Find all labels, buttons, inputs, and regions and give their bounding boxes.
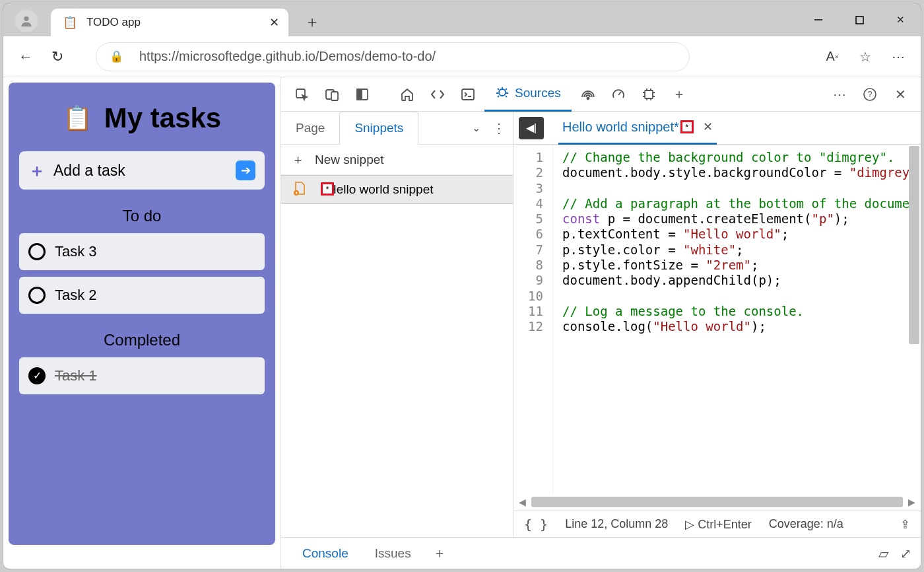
plus-icon: ＋ xyxy=(292,151,304,168)
vertical-scrollbar-thumb[interactable] xyxy=(909,146,919,344)
close-window-button[interactable]: ✕ xyxy=(880,3,921,36)
drawer-issues-tab[interactable]: Issues xyxy=(363,538,423,569)
dock-side-button[interactable] xyxy=(348,81,376,108)
new-snippet-button[interactable]: ＋ New snippet xyxy=(281,145,513,175)
memory-tab[interactable] xyxy=(635,81,663,108)
line-gutter: 1 2 3 4 5 6 7 8 9 10 11 12 xyxy=(513,145,553,493)
pretty-print-button[interactable]: { } xyxy=(524,517,548,532)
new-snippet-label: New snippet xyxy=(315,153,384,167)
help-button[interactable]: ? xyxy=(856,81,884,108)
navigator-tabs: Page Snippets ⌄ ⋮ xyxy=(281,112,513,145)
svg-rect-7 xyxy=(357,89,362,100)
drawer-console-tab[interactable]: Console xyxy=(290,538,360,569)
snippet-item[interactable]: * Hello world snippet xyxy=(281,175,513,204)
unsaved-indicator-callout: * xyxy=(321,182,334,196)
devtools-toolbar: Sources ＋ ⋯ ? ✕ xyxy=(281,77,921,112)
profile-avatar[interactable] xyxy=(15,10,38,32)
svg-rect-8 xyxy=(462,89,474,100)
lock-icon: 🔒 xyxy=(110,50,123,63)
svg-point-9 xyxy=(499,89,506,96)
clipboard-icon: 📋 xyxy=(63,104,92,132)
devtools-more-button[interactable]: ⋯ xyxy=(826,81,853,108)
task-checkbox[interactable] xyxy=(28,287,46,304)
scroll-right-icon[interactable]: ▶ xyxy=(908,497,915,507)
svg-rect-2 xyxy=(856,17,863,24)
minimize-button[interactable] xyxy=(798,3,839,36)
back-button[interactable]: ← xyxy=(13,44,39,70)
network-tab[interactable] xyxy=(574,81,602,108)
snippets-tab[interactable]: Snippets xyxy=(339,112,418,145)
upload-icon[interactable]: ⇪ xyxy=(900,517,910,532)
task-label: Task 3 xyxy=(55,243,97,260)
url-text: https://microsoftedge.github.io/Demos/de… xyxy=(139,49,436,64)
run-snippet-button[interactable]: ▷ Ctrl+Enter xyxy=(685,517,752,532)
add-task-input[interactable]: ＋ Add a task ➔ xyxy=(19,151,265,190)
navigator-more-button[interactable]: ⋮ xyxy=(489,120,509,136)
device-emulation-button[interactable] xyxy=(318,81,346,108)
navigator-pane: Page Snippets ⌄ ⋮ ＋ New snippet * xyxy=(281,112,513,537)
svg-rect-5 xyxy=(331,92,338,100)
svg-text:?: ? xyxy=(868,90,873,99)
task-item[interactable]: Task 1 xyxy=(19,357,265,394)
snippet-file-icon xyxy=(293,181,306,199)
devtools: Sources ＋ ⋯ ? ✕ Page Snippets xyxy=(280,77,921,569)
task-item[interactable]: Task 3 xyxy=(19,233,265,270)
browser-tab[interactable]: 📋 TODO app ✕ xyxy=(51,9,288,36)
task-item[interactable]: Task 2 xyxy=(19,277,265,314)
task-label: Task 2 xyxy=(55,287,97,304)
close-editor-tab-button[interactable]: ✕ xyxy=(703,120,713,134)
window-controls: ✕ xyxy=(798,3,921,36)
clipboard-icon: 📋 xyxy=(63,15,77,30)
task-checkbox[interactable] xyxy=(28,243,46,260)
editor-tab[interactable]: Hello world snippet* * ✕ xyxy=(558,112,717,145)
page-heading: 📋 My tasks xyxy=(19,102,265,134)
sources-body: Page Snippets ⌄ ⋮ ＋ New snippet * xyxy=(281,112,921,537)
welcome-tab[interactable] xyxy=(393,81,421,108)
tab-title: TODO app xyxy=(86,16,141,29)
expand-drawer-icon[interactable]: ⤢ xyxy=(900,546,911,561)
more-tabs-button[interactable]: ＋ xyxy=(665,81,693,108)
horizontal-scrollbar-thumb[interactable] xyxy=(531,497,903,507)
plus-icon: ＋ xyxy=(28,159,46,182)
close-devtools-button[interactable]: ✕ xyxy=(886,81,914,108)
titlebar: 📋 TODO app ✕ ＋ ✕ xyxy=(3,3,921,36)
task-checkbox[interactable] xyxy=(28,367,46,384)
address-bar[interactable]: 🔒 https://microsoftedge.github.io/Demos/… xyxy=(96,42,690,71)
cursor-position: Line 12, Column 28 xyxy=(565,517,668,531)
settings-more-button[interactable]: ⋯ xyxy=(885,44,911,70)
maximize-button[interactable] xyxy=(839,3,880,36)
inspect-element-button[interactable] xyxy=(288,81,315,108)
horizontal-scrollbar[interactable]: ◀ ▶ xyxy=(513,493,921,511)
toolbar: ← ↻ 🔒 https://microsoftedge.github.io/De… xyxy=(3,36,921,77)
sources-tab[interactable]: Sources xyxy=(484,77,572,112)
close-tab-button[interactable]: ✕ xyxy=(269,15,279,30)
issues-icon[interactable]: ▱ xyxy=(878,546,888,561)
submit-task-button[interactable]: ➔ xyxy=(236,161,255,180)
new-tab-button[interactable]: ＋ xyxy=(299,11,325,32)
snippet-item-label: Hello world snippet xyxy=(327,182,434,197)
scroll-left-icon[interactable]: ◀ xyxy=(519,497,526,507)
task-label: Task 1 xyxy=(55,367,97,384)
elements-tab[interactable] xyxy=(424,81,451,108)
devtools-drawer: Console Issues ＋ ▱ ⤢ xyxy=(281,537,921,569)
code-editor[interactable]: 1 2 3 4 5 6 7 8 9 10 11 12 // Change the… xyxy=(513,145,921,493)
performance-tab[interactable] xyxy=(605,81,632,108)
chevron-down-icon[interactable]: ⌄ xyxy=(463,122,489,134)
browser-window: 📋 TODO app ✕ ＋ ✕ ← ↻ 🔒 https://microsoft… xyxy=(3,3,921,569)
read-aloud-button[interactable]: A» xyxy=(819,44,845,70)
favorite-button[interactable]: ☆ xyxy=(852,44,878,70)
add-task-placeholder: Add a task xyxy=(53,162,125,180)
heading-text: My tasks xyxy=(104,102,221,134)
editor-tabs: ◀| Hello world snippet* * ✕ xyxy=(513,112,921,145)
unsaved-indicator-callout: * xyxy=(680,120,694,133)
svg-point-10 xyxy=(587,97,589,99)
refresh-button[interactable]: ↻ xyxy=(44,44,71,70)
svg-rect-11 xyxy=(645,90,653,98)
editor-tab-label: Hello world snippet* xyxy=(562,120,679,135)
sources-tab-label: Sources xyxy=(515,86,561,100)
drawer-add-tab-button[interactable]: ＋ xyxy=(426,540,453,567)
toggle-navigator-button[interactable]: ◀| xyxy=(519,117,544,139)
page-tab[interactable]: Page xyxy=(281,112,339,145)
console-tab[interactable] xyxy=(454,81,482,108)
editor-pane: ◀| Hello world snippet* * ✕ 1 2 3 4 5 6 … xyxy=(513,112,921,537)
